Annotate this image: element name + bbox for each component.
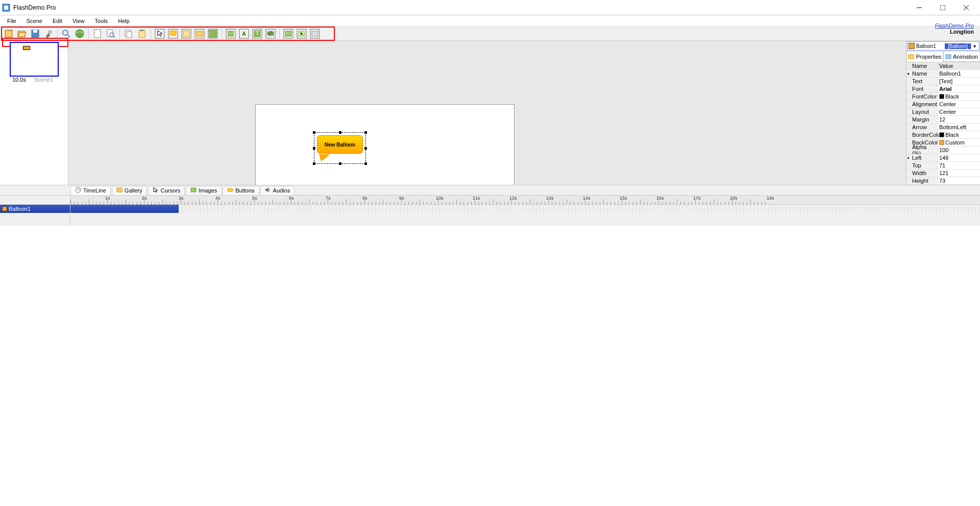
- svg-line-14: [67, 35, 70, 37]
- tab-audios[interactable]: Audios: [260, 186, 295, 195]
- new-project-icon[interactable]: [3, 28, 15, 40]
- tab-properties[interactable]: Properties: [906, 51, 943, 62]
- scene-panel: 10.0s Scene1: [0, 41, 68, 185]
- svg-point-65: [192, 189, 193, 190]
- insert-audio-icon[interactable]: [309, 28, 321, 40]
- insert-note-icon[interactable]: [180, 28, 192, 40]
- prop-value[interactable]: BottomLeft: [938, 124, 980, 131]
- insert-textarea-icon[interactable]: T: [251, 28, 263, 40]
- svg-rect-27: [170, 31, 176, 35]
- prop-value[interactable]: 12: [938, 116, 980, 123]
- prop-value[interactable]: Black: [938, 93, 980, 100]
- svg-point-15: [76, 30, 84, 38]
- timeline-ruler-area[interactable]: 1s2s3s4s5s6s7s8s9s10s11s12s13s14s15s16s1…: [70, 196, 980, 226]
- timeline-segment[interactable]: [70, 205, 179, 213]
- svg-rect-57: [909, 55, 914, 59]
- insert-cursor-icon[interactable]: [154, 28, 166, 40]
- balloon-object[interactable]: New Balloon: [315, 133, 365, 163]
- prop-value[interactable]: Balloon1: [938, 70, 980, 77]
- app-title: FlashDemo Pro: [13, 4, 908, 11]
- ruler-tick: 13s: [546, 196, 554, 201]
- tab-gallery[interactable]: Gallery: [112, 186, 147, 195]
- scene-thumbnail[interactable]: [10, 42, 59, 77]
- insert-textbox-icon[interactable]: [193, 28, 206, 40]
- prop-value[interactable]: Arial: [938, 85, 980, 92]
- balloon-text[interactable]: New Balloon: [317, 135, 363, 154]
- find-icon[interactable]: [105, 28, 117, 40]
- svg-marker-25: [158, 31, 162, 36]
- prop-header-name: Name: [906, 62, 938, 69]
- prop-value[interactable]: Black: [938, 131, 980, 138]
- menu-tools[interactable]: Tools: [90, 17, 113, 25]
- insert-image-icon[interactable]: [282, 28, 295, 40]
- svg-text:A: A: [242, 31, 246, 37]
- canvas-stage[interactable]: New Balloon 安下载 anxz.com: [255, 104, 514, 185]
- insert-shape-icon[interactable]: [225, 28, 237, 40]
- prop-name: Layout: [906, 108, 938, 115]
- prop-value[interactable]: 73: [938, 177, 980, 184]
- open-icon[interactable]: [16, 28, 28, 40]
- ruler-tick: 12s: [509, 196, 517, 201]
- svg-marker-9: [18, 33, 26, 37]
- tab-buttons[interactable]: Buttons: [223, 186, 259, 195]
- maximize-button[interactable]: [931, 0, 954, 15]
- svg-rect-66: [228, 188, 233, 191]
- svg-rect-23: [140, 30, 143, 31]
- tab-animation[interactable]: Animation: [943, 51, 980, 62]
- copy-icon[interactable]: [122, 28, 135, 40]
- prop-name: Margin: [906, 116, 938, 123]
- insert-balloon-icon[interactable]: [167, 28, 179, 40]
- property-grid[interactable]: Name Value ▪NameBalloon1Text[Text]FontAr…: [906, 62, 980, 185]
- ruler-tick: 17s: [693, 196, 701, 201]
- save-icon[interactable]: [29, 28, 41, 40]
- prop-value[interactable]: 148: [938, 154, 980, 161]
- brand-link[interactable]: FlashDemo Pro: [935, 22, 974, 29]
- brand-area: FlashDemo Pro Longtion: [935, 22, 974, 35]
- menu-help[interactable]: Help: [113, 17, 135, 25]
- titlebar: FlashDemo Pro: [0, 0, 980, 15]
- close-button[interactable]: [954, 0, 978, 15]
- tab-cursors[interactable]: Cursors: [148, 186, 185, 195]
- new-page-icon[interactable]: [91, 28, 104, 40]
- button-icon: [227, 187, 233, 194]
- prop-value[interactable]: [Text]: [938, 78, 980, 85]
- menu-edit[interactable]: Edit: [47, 17, 67, 25]
- insert-text-icon[interactable]: A: [238, 28, 250, 40]
- insert-button-icon[interactable]: ab: [264, 28, 277, 40]
- timeline-track-balloon[interactable]: Balloon1: [0, 205, 70, 213]
- audio-icon: [265, 187, 271, 194]
- menu-view[interactable]: View: [67, 17, 90, 25]
- prop-name: Font: [906, 85, 938, 92]
- minimize-button[interactable]: [908, 0, 931, 15]
- insert-hotspot-icon[interactable]: [296, 28, 308, 40]
- menu-file[interactable]: File: [2, 17, 21, 25]
- paste-icon[interactable]: [136, 28, 148, 40]
- insert-textframe-icon[interactable]: [207, 28, 219, 40]
- tab-timeline[interactable]: TimeLine: [70, 186, 111, 195]
- prop-value[interactable]: Custom: [938, 139, 980, 146]
- preview-icon[interactable]: [74, 28, 86, 40]
- ruler-tick: 16s: [656, 196, 664, 201]
- prop-name: Width: [906, 170, 938, 177]
- tab-images[interactable]: Images: [186, 186, 222, 195]
- svg-rect-35: [228, 31, 233, 36]
- prop-value[interactable]: 121: [938, 170, 980, 177]
- canvas-area[interactable]: New Balloon 安下载 anxz.com: [68, 41, 906, 185]
- svg-rect-62: [117, 188, 122, 192]
- prop-value[interactable]: 100: [938, 147, 980, 154]
- balloon-icon: [909, 43, 915, 49]
- timeline-tracks: Balloon1: [0, 196, 70, 226]
- prop-value[interactable]: Center: [938, 101, 980, 108]
- scene-time: 10.0s: [12, 77, 26, 83]
- ruler-tick: 11s: [473, 196, 480, 201]
- menu-scene[interactable]: Scene: [21, 17, 47, 25]
- settings-icon[interactable]: [42, 28, 55, 40]
- object-selector[interactable]: Balloon1 [Balloon] ▾: [907, 41, 979, 51]
- svg-rect-33: [209, 30, 216, 37]
- chevron-down-icon[interactable]: ▾: [971, 43, 978, 49]
- clock-icon: [75, 187, 81, 194]
- prop-value[interactable]: 71: [938, 162, 980, 169]
- svg-rect-58: [946, 55, 951, 59]
- zoom-icon[interactable]: [60, 28, 72, 40]
- prop-value[interactable]: Center: [938, 108, 980, 115]
